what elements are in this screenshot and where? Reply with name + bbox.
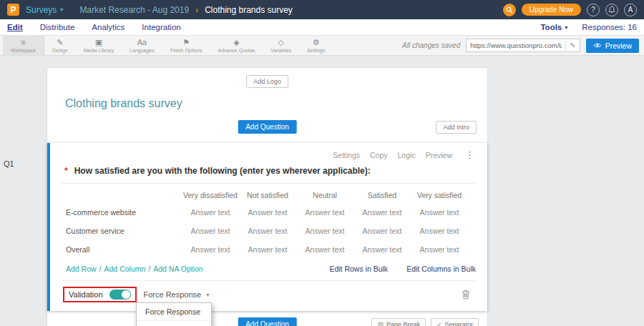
required-asterisk: * xyxy=(64,166,68,176)
matrix-column-header[interactable]: Neutral xyxy=(296,191,353,199)
tab-distribute[interactable]: Distribute xyxy=(40,23,75,31)
surveys-menu[interactable]: Surveys ▾ xyxy=(26,5,63,15)
nav-tabs: Edit Distribute Analytics Integration xyxy=(7,23,181,31)
menu-item-force-response[interactable]: Force Response xyxy=(137,303,211,320)
question-preview-link[interactable]: Preview xyxy=(426,151,452,159)
page-break-icon: ▤ xyxy=(377,321,384,326)
advance-quotas-icon: ◈ xyxy=(233,38,239,46)
matrix-row-label[interactable]: E-commerce website xyxy=(62,208,182,217)
answer-text-cell[interactable]: Answer text xyxy=(296,208,353,217)
breadcrumb-parent-link[interactable]: Market Research - Aug 2019 xyxy=(79,5,189,15)
upgrade-now-button[interactable]: Upgrade Now xyxy=(522,4,581,16)
tools-menu[interactable]: Tools ▾ xyxy=(540,23,567,31)
answer-text-cell[interactable]: Answer text xyxy=(411,245,468,254)
survey-url-input[interactable] xyxy=(467,41,565,49)
breadcrumb-current: Clothing brands survey xyxy=(205,5,293,15)
notifications-button[interactable] xyxy=(605,4,618,16)
avatar-letter: A xyxy=(628,6,633,14)
add-question-button-top[interactable]: Add Question xyxy=(238,120,297,134)
bulk-edit-links: Edit Rows in Bulk Edit Columns in Bulk xyxy=(329,265,476,273)
toolbar-item-variables[interactable]: ◇ Variables xyxy=(263,36,299,55)
matrix-row: Overall Answer text Answer text Answer t… xyxy=(62,240,476,259)
toolbar-item-workspace[interactable]: ≡ Workspace xyxy=(3,36,44,55)
matrix-column-header[interactable]: Satisfied xyxy=(353,191,411,199)
toolbar-right: All changes saved ✎ Preview xyxy=(402,36,641,55)
question-number: Q1 xyxy=(4,159,14,168)
matrix-column-header[interactable]: Very dissatisfied xyxy=(182,191,239,199)
search-button[interactable] xyxy=(503,4,516,16)
question-text-row: *How satisfied are you with the followin… xyxy=(62,162,476,184)
add-column-link[interactable]: Add Column xyxy=(104,265,146,273)
responses-link[interactable]: Responses: 16 xyxy=(582,23,637,31)
breadcrumb: Market Research - Aug 2019 › Clothing br… xyxy=(79,5,292,15)
force-response-menu: Force Response Request Response xyxy=(136,302,212,326)
survey-url-box: ✎ xyxy=(466,39,580,52)
toolbar-item-languages[interactable]: Aa Languages xyxy=(122,36,162,55)
tab-integration[interactable]: Integration xyxy=(142,23,180,31)
toggle-knob xyxy=(122,290,130,299)
nav-right: Tools ▾ Responses: 16 xyxy=(540,23,637,31)
answer-text-cell[interactable]: Answer text xyxy=(182,227,239,235)
edit-url-icon[interactable]: ✎ xyxy=(565,41,579,50)
surveys-label: Surveys xyxy=(26,5,57,15)
question-logic-link[interactable]: Logic xyxy=(398,151,416,159)
answer-text-cell[interactable]: Answer text xyxy=(353,227,411,235)
edit-columns-in-bulk-link[interactable]: Edit Columns in Bulk xyxy=(406,265,476,273)
add-na-option-link[interactable]: Add NA Option xyxy=(153,265,203,273)
add-question-button-bottom[interactable]: Add Question xyxy=(238,317,297,326)
help-button[interactable]: ? xyxy=(587,4,600,16)
force-response-dropdown[interactable]: Force Response ▾ xyxy=(144,290,210,299)
matrix-row-label[interactable]: Customer service xyxy=(62,227,182,235)
topbar: P Surveys ▾ Market Research - Aug 2019 ›… xyxy=(0,0,644,19)
toolbar-item-media-library[interactable]: ▣ Media Library xyxy=(76,36,122,55)
page-break-button[interactable]: ▤ Page Break xyxy=(371,318,426,326)
answer-text-cell[interactable]: Answer text xyxy=(239,245,296,254)
answer-text-cell[interactable]: Answer text xyxy=(182,208,239,217)
edit-rows-in-bulk-link[interactable]: Edit Rows in Bulk xyxy=(329,265,388,273)
question-text[interactable]: How satisfied are you with the following… xyxy=(74,166,371,176)
toolbar-item-design[interactable]: ✎ Design xyxy=(44,36,76,55)
survey-header: Add Logo Clothing brands survey Add Ques… xyxy=(47,68,487,143)
survey-title[interactable]: Clothing brands survey xyxy=(65,97,477,110)
answer-text-cell[interactable]: Answer text xyxy=(296,227,353,235)
matrix-body: E-commerce website Answer text Answer te… xyxy=(62,203,476,259)
matrix-header-row: Very dissatisfied Not satisfied Neutral … xyxy=(62,184,476,203)
delete-question-button[interactable] xyxy=(462,290,470,300)
matrix-column-header[interactable]: Very satisfied xyxy=(411,191,468,199)
toolbar-item-finish-options[interactable]: ⚑ Finish Options xyxy=(162,36,210,55)
menu-item-request-response[interactable]: Request Response xyxy=(137,320,211,326)
question-more-menu-icon[interactable]: ⋮ xyxy=(465,149,474,160)
answer-text-cell[interactable]: Answer text xyxy=(239,227,296,235)
toolbar-item-advance-quotas[interactable]: ◈ Advance Quotas xyxy=(210,36,263,55)
answer-text-cell[interactable]: Answer text xyxy=(182,245,239,254)
chevron-down-icon: ▾ xyxy=(206,292,209,298)
answer-text-cell[interactable]: Answer text xyxy=(353,245,411,254)
topbar-actions: Upgrade Now ? A xyxy=(503,4,637,16)
media-library-icon: ▣ xyxy=(95,38,102,46)
tools-label: Tools xyxy=(540,23,562,31)
answer-text-cell[interactable]: Answer text xyxy=(296,245,353,254)
checkmark-icon: ✓ xyxy=(436,321,442,326)
validation-toggle[interactable] xyxy=(109,290,131,300)
add-logo-button[interactable]: Add Logo xyxy=(246,75,288,88)
survey-header-actions: Add Question Add Intro xyxy=(58,120,477,136)
tab-edit[interactable]: Edit xyxy=(7,23,23,31)
avatar[interactable]: A xyxy=(624,4,637,16)
answer-text-cell[interactable]: Answer text xyxy=(239,208,296,217)
search-icon xyxy=(506,6,513,14)
matrix-row-label[interactable]: Overall xyxy=(62,245,182,254)
answer-text-cell[interactable]: Answer text xyxy=(411,227,468,235)
survey-canvas: Q1 Add Logo Clothing brands survey Add Q… xyxy=(0,56,644,326)
question-copy-link[interactable]: Copy xyxy=(370,151,388,159)
answer-text-cell[interactable]: Answer text xyxy=(411,208,468,217)
tab-analytics[interactable]: Analytics xyxy=(92,23,125,31)
add-row-link[interactable]: Add Row xyxy=(66,265,97,273)
answer-text-cell[interactable]: Answer text xyxy=(353,208,411,217)
add-intro-button[interactable]: Add Intro xyxy=(436,121,477,134)
toolbar-item-settings[interactable]: ⚙ Settings xyxy=(299,36,333,55)
matrix-column-header[interactable]: Not satisfied xyxy=(239,191,296,199)
question-settings-link[interactable]: Settings xyxy=(333,151,360,159)
questionpro-logo[interactable]: P xyxy=(7,4,19,16)
separator-button[interactable]: ✓ Separator xyxy=(431,318,479,326)
preview-button[interactable]: Preview xyxy=(586,39,639,53)
